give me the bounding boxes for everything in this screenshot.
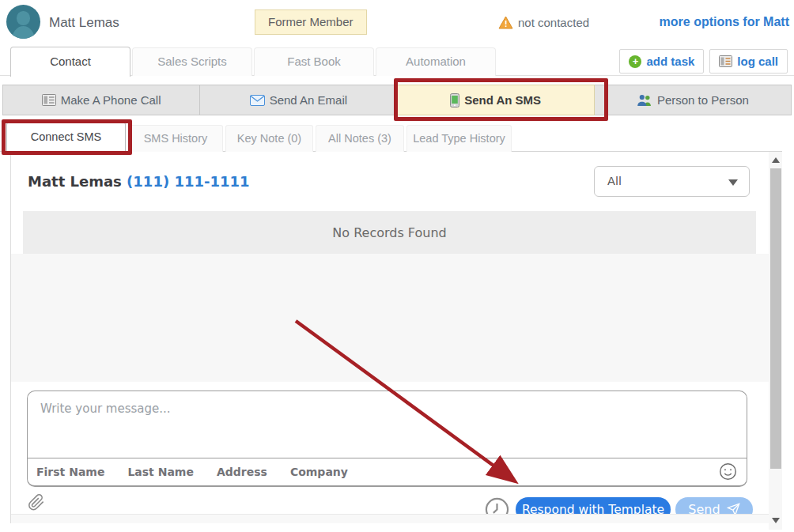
sms-contact-line: Matt Lemas (111) 111-1111 [28, 173, 250, 190]
scroll-down-button[interactable] [769, 514, 782, 526]
contact-header: Matt Lemas Former Member not contacted m… [0, 0, 794, 46]
subtab-key-note[interactable]: Key Note (0) [225, 125, 313, 152]
contact-name: Matt Lemas [49, 15, 119, 31]
chevron-down-icon [728, 179, 738, 186]
tab-fast-book[interactable]: Fast Book [254, 47, 374, 76]
filter-selected-value: All [607, 175, 622, 187]
subtab-all-notes[interactable]: All Notes (3) [316, 125, 404, 152]
emoji-icon[interactable] [719, 462, 737, 481]
communication-action-bar: Make A Phone Call Send An Email Send An … [2, 85, 792, 115]
main-tab-bar: Contact Sales Scripts Fast Book Automati… [0, 47, 794, 76]
subtab-lead-type-history[interactable]: Lead Type History [406, 125, 512, 152]
add-task-button[interactable]: + add task [619, 49, 704, 74]
merge-field-address[interactable]: Address [217, 466, 267, 478]
merge-field-first-name[interactable]: First Name [36, 466, 104, 478]
vertical-scrollbar[interactable] [769, 152, 782, 530]
contact-status: not contacted [498, 16, 589, 29]
tab-sales-scripts[interactable]: Sales Scripts [132, 47, 252, 76]
message-composer: First Name Last Name Address Company [27, 391, 747, 487]
log-call-button[interactable]: log call [709, 49, 788, 74]
sms-sub-tab-bar: Connect SMS SMS History Key Note (0) All… [0, 120, 782, 152]
tab-contact[interactable]: Contact [10, 47, 130, 77]
envelope-icon [250, 95, 265, 106]
send-email-button[interactable]: Send An Email [199, 85, 397, 115]
send-sms-button[interactable]: Send An SMS [397, 85, 595, 115]
avatar-silhouette-icon [17, 11, 30, 25]
merge-field-company[interactable]: Company [290, 466, 348, 478]
message-textarea[interactable] [28, 391, 747, 457]
person-to-person-button[interactable]: Person to Person [594, 85, 792, 115]
tab-automation[interactable]: Automation [376, 47, 496, 76]
crm-contact-page: Matt Lemas Former Member not contacted m… [0, 0, 794, 532]
status-text: not contacted [518, 16, 589, 29]
merge-field-last-name[interactable]: Last Name [127, 466, 194, 478]
sms-contact-name: Matt Lemas [28, 173, 122, 190]
warning-icon [498, 16, 513, 29]
log-call-icon [719, 55, 732, 67]
more-options-link[interactable]: more options for Matt [660, 15, 789, 29]
make-phone-call-button[interactable]: Make A Phone Call [2, 85, 200, 115]
plus-icon: + [629, 55, 641, 68]
phone-number-link[interactable]: (111) 111-1111 [127, 173, 249, 190]
people-icon [637, 94, 652, 107]
phone-log-icon [42, 94, 56, 106]
subtab-connect-sms[interactable]: Connect SMS [6, 122, 126, 153]
subtab-sms-history[interactable]: SMS History [128, 125, 223, 152]
paperclip-icon [28, 493, 45, 511]
no-records-banner: No Records Found [23, 211, 756, 254]
merge-field-row: First Name Last Name Address Company [28, 458, 747, 485]
panel-bottom-strip [11, 514, 769, 523]
conversation-empty-area [11, 254, 769, 382]
mobile-phone-icon [450, 93, 459, 108]
scroll-thumb[interactable] [770, 168, 781, 469]
scroll-up-icon [772, 157, 780, 163]
avatar [6, 5, 40, 39]
attachment-button[interactable] [28, 493, 45, 511]
member-status-badge: Former Member [255, 9, 367, 35]
scroll-down-icon [772, 518, 780, 523]
scroll-up-button[interactable] [769, 153, 782, 166]
connect-sms-panel: Matt Lemas (111) 111-1111 All No Records… [10, 152, 769, 523]
filter-dropdown[interactable]: All [594, 166, 750, 197]
